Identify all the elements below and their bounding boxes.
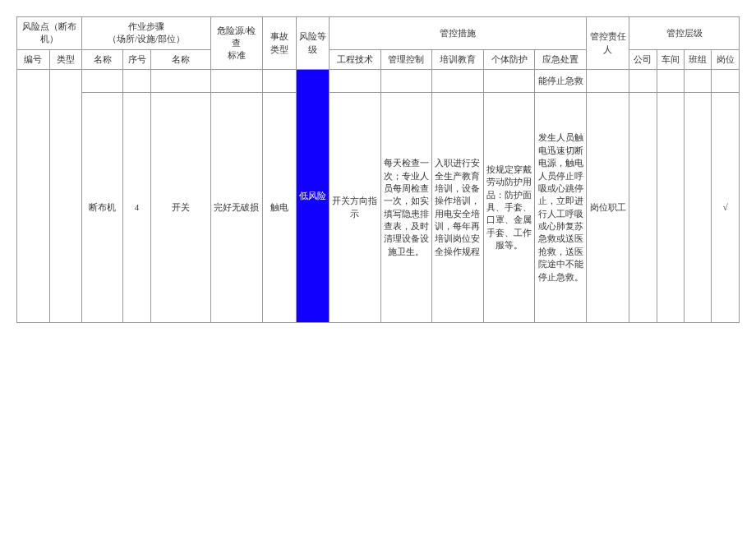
header-xuhao: 序号 bbox=[123, 49, 150, 69]
cell-gongsi bbox=[629, 93, 657, 323]
cell-banzu bbox=[685, 93, 712, 323]
cell-xuhao: 4 bbox=[123, 93, 150, 323]
cell-mingcheng2-empty bbox=[150, 70, 210, 93]
cell-yingji: 发生人员触电迅速切断电源，触电人员停止呼吸或心跳停止，立即进行人工呼吸或心肺复苏… bbox=[535, 93, 587, 323]
header-hazard-std: 危险源/检查 标准 bbox=[210, 17, 262, 70]
header-risk-level: 风险等 级 bbox=[297, 17, 330, 70]
cell-geti: 按规定穿戴劳动防护用品：防护面具、手套、口罩、金属手套、工作服等。 bbox=[483, 93, 535, 323]
header-peixun: 培训教育 bbox=[432, 49, 484, 69]
table-row: 断布机 4 开关 完好无破损 触电 开关方向指示 每天检查一次；专业人员每周检查… bbox=[17, 93, 740, 323]
header-banzu: 班组 bbox=[685, 49, 712, 69]
header-row-2: 编号 类型 名称 序号 名称 工程技术 管理控制 培训教育 个体防护 应急处置 … bbox=[17, 49, 740, 69]
cell-shigu: 触电 bbox=[262, 93, 297, 323]
cell-weixian: 完好无破损 bbox=[210, 93, 262, 323]
cell-weixian-empty bbox=[210, 70, 262, 93]
header-row-1: 风险点（断布机） 作业步骤 （场所/设施/部位） 危险源/检查 标准 事故 类型… bbox=[17, 17, 740, 50]
cell-zeren: 岗位职工 bbox=[587, 93, 629, 323]
cell-leixing bbox=[49, 70, 82, 323]
header-risk-point: 风险点（断布机） bbox=[17, 17, 82, 50]
header-work-step: 作业步骤 （场所/设施/部位） bbox=[82, 17, 211, 50]
cell-gangwei-empty bbox=[712, 70, 740, 93]
header-mingcheng: 名称 bbox=[82, 49, 123, 69]
header-control-level: 管控层级 bbox=[629, 17, 740, 50]
header-leixing: 类型 bbox=[49, 49, 82, 69]
table-row: 低风险 能停止急救 bbox=[17, 70, 740, 93]
cell-gongsi-empty bbox=[629, 70, 657, 93]
risk-assessment-table: 风险点（断布机） 作业步骤 （场所/设施/部位） 危险源/检查 标准 事故 类型… bbox=[16, 16, 740, 323]
cell-peixun: 入职进行安全生产教育培训，设备操作培训，用电安全培训，每年再培训岗位安全操作规程 bbox=[432, 93, 484, 323]
cell-mingcheng2: 开关 bbox=[150, 93, 210, 323]
cell-peixun-empty bbox=[432, 70, 484, 93]
header-bianhao: 编号 bbox=[17, 49, 50, 69]
cell-mingcheng-empty bbox=[82, 70, 123, 93]
header-yingji: 应急处置 bbox=[535, 49, 587, 69]
header-accident-type: 事故 类型 bbox=[262, 17, 297, 70]
cell-banzu-empty bbox=[685, 70, 712, 93]
header-control-measures: 管控措施 bbox=[329, 17, 586, 50]
header-responsible: 管控责任人 bbox=[587, 17, 629, 70]
cell-guanli: 每天检查一次；专业人员每周检查一次，如实填写隐患排查表，及时清理设备设施卫生。 bbox=[380, 93, 432, 323]
cell-chejian-empty bbox=[657, 70, 684, 93]
cell-shigu-empty bbox=[262, 70, 297, 93]
cell-zeren-empty bbox=[587, 70, 629, 93]
header-mingcheng2: 名称 bbox=[150, 49, 210, 69]
cell-mingcheng: 断布机 bbox=[82, 93, 123, 323]
cell-yingji-prev: 能停止急救 bbox=[535, 70, 587, 93]
cell-chejian bbox=[657, 93, 684, 323]
cell-geti-empty bbox=[483, 70, 535, 93]
header-geti: 个体防护 bbox=[483, 49, 535, 69]
cell-gangwei: √ bbox=[712, 93, 740, 323]
header-chejian: 车间 bbox=[657, 49, 684, 69]
header-gangwei: 岗位 bbox=[712, 49, 740, 69]
header-gongsi: 公司 bbox=[629, 49, 657, 69]
cell-xuhao-empty bbox=[123, 70, 150, 93]
cell-gongcheng-empty bbox=[329, 70, 380, 93]
cell-gongcheng: 开关方向指示 bbox=[329, 93, 380, 323]
header-guanli: 管理控制 bbox=[380, 49, 432, 69]
cell-risk-level: 低风险 bbox=[297, 70, 330, 323]
cell-bianhao bbox=[17, 70, 50, 323]
cell-guanli-empty bbox=[380, 70, 432, 93]
header-gongcheng: 工程技术 bbox=[329, 49, 380, 69]
